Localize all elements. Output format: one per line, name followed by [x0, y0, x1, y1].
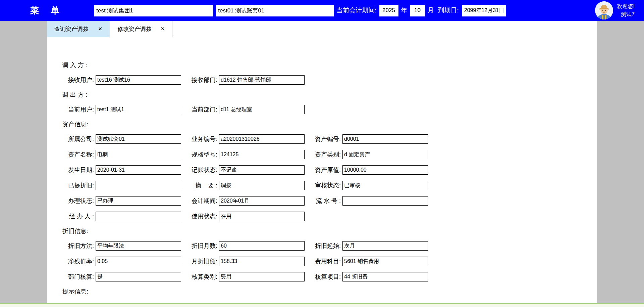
form-row: 所属公司:业务编号:资产编号:	[62, 134, 597, 144]
input-asset-category[interactable]	[342, 150, 428, 159]
label-booking-status: 记账状态:	[186, 166, 217, 174]
input-booking-status[interactable]	[219, 165, 305, 175]
field-monthly-depreciation: 月折旧额:	[186, 257, 305, 266]
input-company[interactable]	[96, 134, 181, 144]
year-unit-label: 年	[401, 6, 408, 15]
input-accumulated-depreciation[interactable]	[96, 181, 181, 190]
label-depreciation-method: 折旧方法:	[62, 242, 94, 250]
input-accounting-item[interactable]	[342, 272, 428, 281]
field-receive-dept: 接收部门:	[186, 75, 305, 85]
tab-close-icon[interactable]: ✕	[98, 26, 102, 32]
label-handle-status: 办理状态:	[62, 197, 94, 205]
tab-label: 查询资产调拨	[54, 25, 89, 33]
tab-modify-asset-transfer[interactable]: 修改资产调拨✕	[110, 21, 172, 37]
field-depreciation-method: 折旧方法:	[62, 241, 181, 251]
field-occur-date: 发生日期:	[62, 165, 181, 175]
field-residual-rate: 净残值率:	[62, 257, 181, 266]
label-business-no: 业务编号:	[186, 135, 217, 143]
form-row: 资产名称:规格型号:资产类别:	[62, 150, 597, 159]
field-spec-model: 规格型号:	[186, 150, 305, 159]
form-row: 当前用户:当前部门:	[62, 105, 597, 114]
input-asset-name[interactable]	[96, 150, 181, 159]
section-title-transfer-in: 调 入 方 :	[62, 61, 597, 69]
input-summary[interactable]	[219, 181, 305, 190]
input-monthly-depreciation[interactable]	[219, 257, 305, 266]
label-receive-dept: 接收部门:	[186, 76, 217, 84]
input-audit-status[interactable]	[342, 181, 428, 190]
account-set-input[interactable]	[216, 5, 334, 16]
input-occur-date[interactable]	[96, 165, 181, 175]
label-spec-model: 规格型号:	[186, 150, 217, 159]
farmer-avatar-icon	[595, 1, 613, 19]
label-original-value: 资产原值:	[309, 166, 341, 174]
group-input[interactable]	[94, 5, 213, 16]
field-company: 所属公司:	[62, 134, 181, 144]
label-occur-date: 发生日期:	[62, 166, 94, 174]
field-current-user: 当前用户:	[62, 105, 181, 114]
form-row: 已提折旧:摘 要 :审核状态:	[62, 181, 597, 190]
input-handle-status[interactable]	[96, 196, 181, 206]
tab-query-asset-transfer[interactable]: 查询资产调拨✕	[47, 21, 110, 37]
field-dept-accounting: 部门核算:	[62, 272, 181, 281]
form-row: 接收用户:接收部门:	[62, 75, 597, 85]
input-usage-status[interactable]	[219, 212, 305, 221]
input-spec-model[interactable]	[219, 150, 305, 159]
field-serial-no: 流 水 号 :	[309, 196, 428, 206]
input-receive-dept[interactable]	[219, 75, 305, 85]
input-depreciation-start[interactable]	[342, 241, 428, 251]
field-expense-account: 费用科目:	[309, 257, 428, 266]
label-dept-accounting: 部门核算:	[62, 273, 94, 281]
user-avatar[interactable]	[595, 1, 613, 19]
content-page: 查询资产调拨✕修改资产调拨✕ 调 入 方 :接收用户:接收部门:调 出 方 :当…	[47, 21, 597, 304]
label-monthly-depreciation: 月折旧额:	[186, 257, 217, 265]
label-expense-account: 费用科目:	[309, 257, 341, 265]
input-original-value[interactable]	[342, 165, 428, 175]
field-depreciation-start: 折旧起始:	[309, 241, 428, 251]
form-row: 经 办 人 :使用状态:	[62, 212, 597, 221]
menu-button[interactable]: 菜 单	[30, 5, 64, 16]
field-booking-status: 记账状态:	[186, 165, 305, 175]
input-business-no[interactable]	[219, 134, 305, 144]
input-dept-accounting[interactable]	[96, 272, 181, 281]
field-asset-no: 资产编号:	[309, 134, 428, 144]
welcome-text: 欢迎您! 测试7	[617, 2, 635, 18]
username-text: 测试7	[617, 10, 635, 18]
input-depreciation-months[interactable]	[219, 241, 305, 251]
input-accounting-type[interactable]	[219, 272, 305, 281]
input-expense-account[interactable]	[342, 257, 428, 266]
field-audit-status: 审核状态:	[309, 181, 428, 190]
label-company: 所属公司:	[62, 135, 94, 143]
expiry-date-input[interactable]	[462, 5, 506, 16]
tab-close-icon[interactable]: ✕	[160, 26, 165, 32]
input-receive-user[interactable]	[96, 75, 181, 85]
tab-label: 修改资产调拨	[117, 25, 152, 33]
form-row: 办理状态:会计期间:流 水 号 :	[62, 196, 597, 206]
label-current-dept: 当前部门:	[186, 105, 217, 114]
accounting-period-label: 当前会计期间:	[336, 6, 376, 15]
period-month-input[interactable]	[410, 5, 425, 16]
period-year-input[interactable]	[379, 5, 398, 16]
input-current-dept[interactable]	[219, 105, 305, 114]
input-current-user[interactable]	[96, 105, 181, 114]
input-asset-no[interactable]	[342, 134, 428, 144]
input-accounting-period[interactable]	[219, 196, 305, 206]
label-accounting-type: 核算类别:	[186, 273, 217, 281]
label-asset-no: 资产编号:	[309, 135, 341, 143]
form-row: 净残值率:月折旧额:费用科目:	[62, 257, 597, 266]
form-row: 折旧方法:折旧月数:折旧起始:	[62, 241, 597, 251]
input-handler[interactable]	[96, 212, 181, 221]
label-accounting-period: 会计期间:	[186, 197, 217, 205]
field-asset-name: 资产名称:	[62, 150, 181, 159]
label-summary: 摘 要 :	[186, 181, 217, 189]
welcome-line: 欢迎您!	[617, 2, 635, 10]
input-serial-no[interactable]	[342, 196, 428, 206]
tab-bar: 查询资产调拨✕修改资产调拨✕	[47, 21, 597, 37]
input-depreciation-method[interactable]	[96, 241, 181, 251]
section-title-transfer-out: 调 出 方 :	[62, 91, 597, 99]
field-accumulated-depreciation: 已提折旧:	[62, 181, 181, 190]
field-handler: 经 办 人 :	[62, 212, 181, 221]
field-receive-user: 接收用户:	[62, 75, 181, 85]
input-residual-rate[interactable]	[96, 257, 181, 266]
section-title-depreciation-info: 折旧信息:	[62, 227, 597, 235]
field-current-dept: 当前部门:	[186, 105, 305, 114]
